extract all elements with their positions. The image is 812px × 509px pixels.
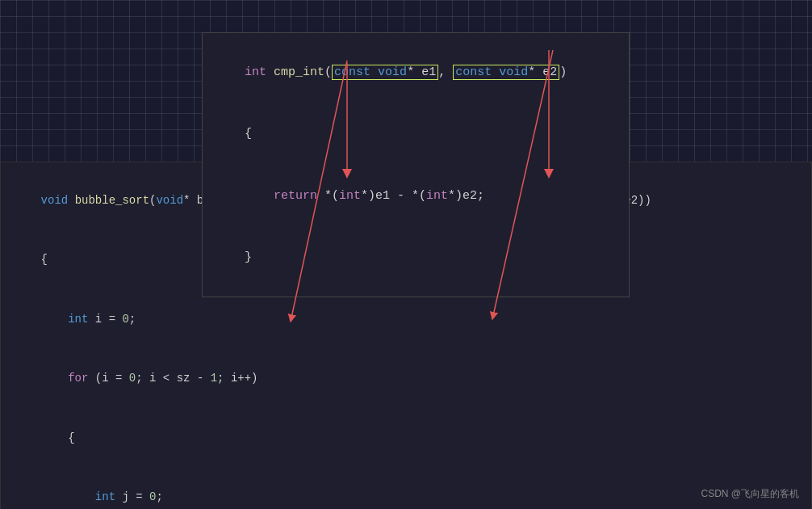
- popup-line-1: int cmp_int(const void* e1, const void* …: [216, 41, 616, 103]
- popup-line-4: }: [216, 227, 616, 289]
- main-line-5: {: [14, 408, 798, 468]
- main-line-4: for (i = 0; i < sz - 1; i++): [14, 349, 798, 409]
- popup-line-3: return *(int*)e1 - *(int*)e2;: [216, 165, 616, 227]
- main-line-6: int j = 0;: [14, 468, 798, 510]
- watermark: CSDN @飞向星的客机: [701, 487, 799, 501]
- main-line-3: int i = 0;: [14, 289, 798, 349]
- popup-line-2: {: [216, 103, 616, 166]
- code-popup: int cmp_int(const void* e1, const void* …: [202, 32, 630, 297]
